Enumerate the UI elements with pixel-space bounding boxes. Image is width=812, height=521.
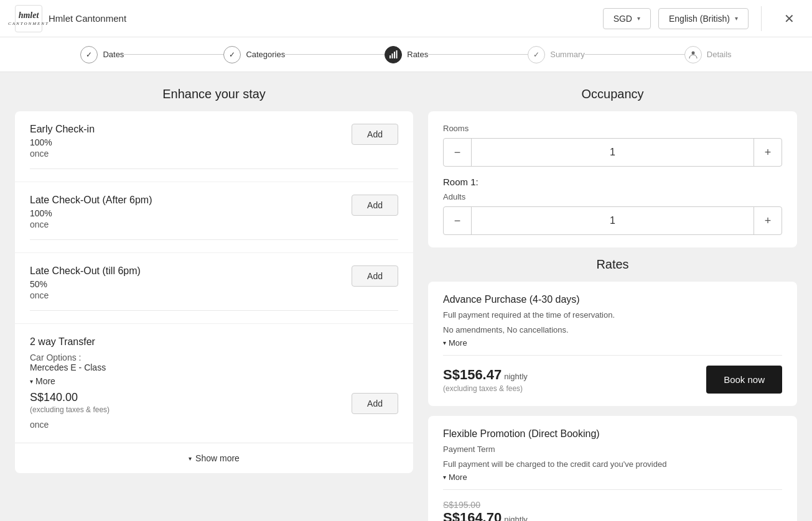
addon-late-checkout-after-divider — [30, 239, 398, 240]
show-more-chevron-icon: ▾ — [189, 455, 192, 462]
step-rates-icon — [385, 46, 402, 63]
svg-rect-1 — [392, 53, 393, 58]
enhance-title: Enhance your stay — [15, 87, 413, 101]
addon-transfer-frequency-row: once — [30, 419, 398, 430]
adults-decrement-button[interactable]: − — [444, 207, 471, 234]
rooms-decrement-button[interactable]: − — [444, 139, 471, 166]
chevron-down-icon: ▾ — [30, 378, 33, 385]
rate1-price-block: S$156.47 nightly (excluding taxes & fees… — [443, 367, 528, 393]
rate1-desc1: Full payment required at the time of res… — [443, 309, 782, 321]
step-dates-icon: ✓ — [80, 46, 98, 63]
logo-sub: CANTONMENT — [8, 21, 49, 26]
addon-late-checkout-after-price-row: 100% once — [30, 208, 152, 229]
addon-early-checkin-header: Early Check-in 100% once Add — [30, 124, 398, 159]
currency-value: SGD — [614, 14, 632, 24]
rate1-divider — [443, 355, 782, 356]
room1-title: Room 1: — [443, 177, 782, 187]
step-details-label: Details — [707, 50, 732, 59]
currency-dropdown[interactable]: SGD ▾ — [603, 8, 651, 29]
rate1-excl-taxes: (excluding taxes & fees) — [443, 384, 528, 393]
adults-increment-button[interactable]: + — [754, 207, 782, 234]
step-dates[interactable]: ✓ Dates — [80, 46, 124, 63]
svg-rect-3 — [396, 50, 398, 58]
rate2-nightly: nightly — [504, 515, 528, 521]
step-line-4 — [585, 54, 684, 55]
addon-early-checkin-info: Early Check-in 100% once — [30, 124, 95, 159]
rate2-price-block: S$195.00 S$164.70 nightly — [443, 500, 528, 521]
step-line-3 — [428, 54, 528, 55]
addon-late-checkout-till-frequency: once — [30, 290, 141, 300]
addon-late-checkout-after-info: Late Check-Out (After 6pm) 100% once — [30, 195, 152, 229]
left-panel: Enhance your stay Early Check-in 100% on… — [15, 87, 413, 521]
addon-late-checkout-till-header: Late Check-Out (till 6pm) 50% once Add — [30, 265, 398, 300]
addon-early-checkin-price-row: 100% once — [30, 137, 95, 159]
svg-point-4 — [691, 51, 694, 54]
rate2-chevron-icon: ▾ — [443, 474, 446, 481]
rate2-name: Flexible Promotion (Direct Booking) — [443, 428, 782, 440]
svg-rect-2 — [394, 52, 395, 58]
right-panel: Occupancy Rooms − 1 + Room 1: Adults − 1… — [428, 87, 797, 521]
addon-late-checkout-after: Late Check-Out (After 6pm) 100% once Add — [15, 182, 413, 252]
addon-early-checkin-add-button[interactable]: Add — [352, 124, 398, 145]
addon-early-checkin-price: 100% — [30, 137, 95, 147]
addon-transfer: 2 way Transfer Car Options : Mercedes E … — [15, 324, 413, 443]
rate1-book-button[interactable]: Book now — [706, 366, 782, 394]
step-line-1 — [124, 54, 223, 55]
rate1-name: Advance Purchase (4-30 days) — [443, 294, 782, 305]
adults-counter: − 1 + — [443, 206, 782, 235]
addon-transfer-add-button[interactable]: Add — [352, 393, 398, 414]
step-rates-label: Rates — [407, 50, 428, 59]
addon-late-checkout-till-add-button[interactable]: Add — [352, 265, 398, 287]
addon-late-checkout-after-name: Late Check-Out (After 6pm) — [30, 195, 152, 206]
rate1-more-label: More — [449, 338, 467, 348]
language-chevron-icon: ▾ — [735, 15, 738, 22]
show-more-row[interactable]: ▾ Show more — [15, 443, 413, 473]
step-dates-label: Dates — [103, 50, 124, 59]
addon-late-checkout-after-add-button[interactable]: Add — [352, 195, 398, 216]
close-button[interactable]: ✕ — [782, 9, 797, 29]
show-more-label: Show more — [195, 453, 240, 463]
addon-early-checkin-divider — [30, 168, 398, 169]
step-details[interactable]: Details — [684, 46, 732, 63]
adults-label: Adults — [443, 192, 782, 201]
rate2-more-label: More — [449, 473, 467, 482]
rate2-divider — [443, 489, 782, 490]
addon-transfer-car-model: Mercedes E - Class — [30, 362, 110, 372]
step-summary-label: Summary — [550, 50, 585, 59]
header-title: Hmlet Cantonment — [49, 13, 126, 24]
rate1-chevron-icon: ▾ — [443, 339, 446, 346]
rooms-increment-button[interactable]: + — [754, 139, 782, 166]
logo-area: hmlet CANTONMENT Hmlet Cantonment — [15, 5, 126, 32]
rate1-price-row: S$156.47 nightly (excluding taxes & fees… — [443, 366, 782, 394]
addon-late-checkout-after-price: 100% — [30, 208, 152, 218]
rooms-value: 1 — [471, 139, 754, 166]
step-categories[interactable]: ✓ Categories — [223, 46, 285, 63]
progress-bar: ✓ Dates ✓ Categories Rates ✓ Summary — [0, 37, 812, 72]
step-categories-icon: ✓ — [223, 46, 241, 63]
addon-transfer-name: 2 way Transfer — [30, 336, 110, 348]
occupancy-card: Rooms − 1 + Room 1: Adults − 1 + — [428, 111, 797, 247]
rate2-more[interactable]: ▾ More — [443, 473, 782, 482]
logo: hmlet CANTONMENT — [15, 5, 42, 32]
language-dropdown[interactable]: English (British) ▾ — [658, 8, 749, 29]
rooms-label: Rooms — [443, 124, 782, 133]
addon-late-checkout-till-price-row: 50% once — [30, 279, 141, 300]
rate2-desc2: Full payment will be charged to the cred… — [443, 458, 782, 471]
rate2-discounted: S$164.70 nightly — [443, 510, 528, 521]
addon-late-checkout-after-header: Late Check-Out (After 6pm) 100% once Add — [30, 195, 398, 229]
addon-transfer-top: 2 way Transfer Car Options : Mercedes E … — [30, 336, 398, 414]
adults-value: 1 — [471, 207, 754, 234]
addon-late-checkout-after-frequency: once — [30, 219, 152, 229]
rate2-price-row: S$195.00 S$164.70 nightly — [443, 500, 782, 521]
rate1-more[interactable]: ▾ More — [443, 338, 782, 348]
rate1-desc2: No amendments, No cancellations. — [443, 324, 782, 336]
rate1-nightly: nightly — [504, 372, 528, 381]
header-controls: SGD ▾ English (British) ▾ ✕ — [603, 6, 797, 31]
occupancy-title: Occupancy — [428, 87, 797, 101]
addon-transfer-more[interactable]: ▾ More — [30, 376, 110, 386]
addon-early-checkin: Early Check-in 100% once Add — [15, 111, 413, 182]
addon-transfer-more-label: More — [35, 376, 55, 386]
step-summary[interactable]: ✓ Summary — [528, 46, 585, 63]
step-rates[interactable]: Rates — [385, 46, 428, 63]
rate1-price-value: S$156.47 — [443, 367, 502, 383]
